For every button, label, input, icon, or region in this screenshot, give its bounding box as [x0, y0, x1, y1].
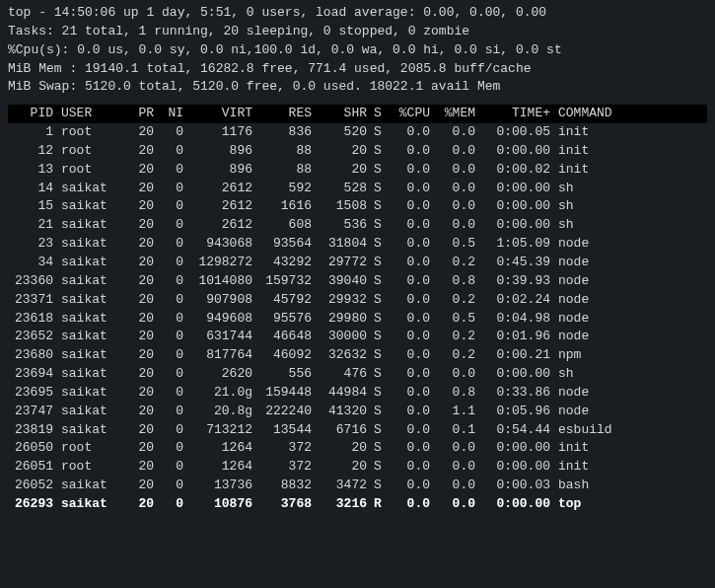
cell-virt: 896: [185, 161, 254, 180]
summary-uptime: top - 14:50:06 up 1 day, 5:51, 0 users, …: [8, 4, 707, 23]
cell-res: 13544: [254, 421, 314, 440]
cell-shr: 39040: [314, 272, 369, 291]
cell-pr: 20: [116, 254, 156, 272]
cell-user: saikat: [55, 346, 116, 365]
cell-res: 88: [254, 142, 314, 161]
cell-ni: 0: [156, 272, 185, 291]
cell-command: node: [552, 291, 641, 310]
cell-ni: 0: [156, 384, 185, 403]
cell-ni: 0: [156, 403, 185, 421]
cell-ni: 0: [156, 180, 185, 198]
cell-mem: 0.0: [432, 477, 477, 495]
cell-time: 0:00.00: [477, 439, 552, 458]
cell-ni: 0: [156, 477, 185, 495]
cell-pr: 20: [116, 291, 156, 310]
cell-res: 46092: [254, 346, 314, 365]
cell-mem: 0.0: [432, 142, 477, 161]
cell-s: S: [369, 365, 387, 384]
cell-s: S: [369, 197, 387, 216]
cell-user: saikat: [55, 180, 116, 198]
header-cpu[interactable]: %CPU: [387, 105, 432, 123]
cell-cpu: 0.0: [387, 328, 432, 346]
cell-time: 0:00.03: [477, 477, 552, 495]
cell-pr: 20: [116, 477, 156, 495]
process-table-header[interactable]: PID USER PR NI VIRT RES SHR S %CPU %MEM …: [8, 105, 707, 123]
cell-res: 159732: [254, 272, 314, 291]
header-pid[interactable]: PID: [8, 105, 55, 123]
cell-pid: 14: [8, 180, 55, 198]
cell-command: node: [552, 254, 641, 272]
header-user[interactable]: USER: [55, 105, 116, 123]
cell-mem: 0.0: [432, 123, 477, 142]
cell-pid: 23680: [8, 346, 55, 365]
cell-time: 0:05.96: [477, 403, 552, 421]
cell-shr: 476: [314, 365, 369, 384]
cell-res: 93564: [254, 235, 314, 254]
cell-pid: 26051: [8, 458, 55, 477]
header-res[interactable]: RES: [254, 105, 314, 123]
cell-cpu: 0.0: [387, 384, 432, 403]
cell-cpu: 0.0: [387, 161, 432, 180]
cell-mem: 0.5: [432, 310, 477, 329]
cell-user: root: [55, 142, 116, 161]
cell-shr: 32632: [314, 346, 369, 365]
process-row: 34saikat20012982724329229772S0.00.20:45.…: [8, 254, 707, 272]
header-command[interactable]: COMMAND: [552, 105, 641, 123]
header-ni[interactable]: NI: [156, 105, 185, 123]
process-row: 23747saikat20020.8g22224041320S0.01.10:0…: [8, 403, 707, 421]
header-virt[interactable]: VIRT: [185, 105, 254, 123]
cell-virt: 1298272: [185, 254, 254, 272]
cell-ni: 0: [156, 161, 185, 180]
cell-user: saikat: [55, 216, 116, 235]
cell-time: 0:00.00: [477, 216, 552, 235]
cell-time: 0:00.00: [477, 142, 552, 161]
cell-time: 0:39.93: [477, 272, 552, 291]
cell-pr: 20: [116, 197, 156, 216]
header-mem[interactable]: %MEM: [432, 105, 477, 123]
cell-pr: 20: [116, 235, 156, 254]
cell-mem: 1.1: [432, 403, 477, 421]
cell-s: S: [369, 142, 387, 161]
cell-ni: 0: [156, 235, 185, 254]
process-row: 26052saikat2001373688323472S0.00.00:00.0…: [8, 477, 707, 495]
process-row: 12root2008968820S0.00.00:00.00init: [8, 142, 707, 161]
cell-user: saikat: [55, 477, 116, 495]
cell-virt: 2612: [185, 197, 254, 216]
cell-res: 88: [254, 161, 314, 180]
cell-user: saikat: [55, 272, 116, 291]
cell-time: 0:00.00: [477, 197, 552, 216]
cell-mem: 0.0: [432, 439, 477, 458]
cell-pid: 26052: [8, 477, 55, 495]
cell-ni: 0: [156, 421, 185, 440]
summary-tasks: Tasks: 21 total, 1 running, 20 sleeping,…: [8, 23, 707, 41]
cell-s: S: [369, 254, 387, 272]
header-pr[interactable]: PR: [116, 105, 156, 123]
cell-virt: 2620: [185, 365, 254, 384]
cell-shr: 3472: [314, 477, 369, 495]
cell-user: saikat: [55, 384, 116, 403]
cell-res: 836: [254, 123, 314, 142]
process-row: 21saikat2002612608536S0.00.00:00.00sh: [8, 216, 707, 235]
cell-pr: 20: [116, 458, 156, 477]
cell-pr: 20: [116, 346, 156, 365]
cell-command: sh: [552, 197, 641, 216]
cell-time: 1:05.09: [477, 235, 552, 254]
cell-user: root: [55, 123, 116, 142]
header-s[interactable]: S: [369, 105, 387, 123]
header-time[interactable]: TIME+: [477, 105, 552, 123]
cell-pr: 20: [116, 384, 156, 403]
cell-pid: 23694: [8, 365, 55, 384]
cell-shr: 20: [314, 142, 369, 161]
cell-virt: 10876: [185, 495, 254, 514]
cell-user: saikat: [55, 328, 116, 346]
cell-shr: 20: [314, 458, 369, 477]
cell-mem: 0.2: [432, 328, 477, 346]
cell-cpu: 0.0: [387, 458, 432, 477]
cell-cpu: 0.0: [387, 235, 432, 254]
cell-cpu: 0.0: [387, 216, 432, 235]
header-shr[interactable]: SHR: [314, 105, 369, 123]
cell-ni: 0: [156, 365, 185, 384]
cell-res: 3768: [254, 495, 314, 514]
cell-command: esbuild: [552, 421, 641, 440]
cell-user: saikat: [55, 495, 116, 514]
